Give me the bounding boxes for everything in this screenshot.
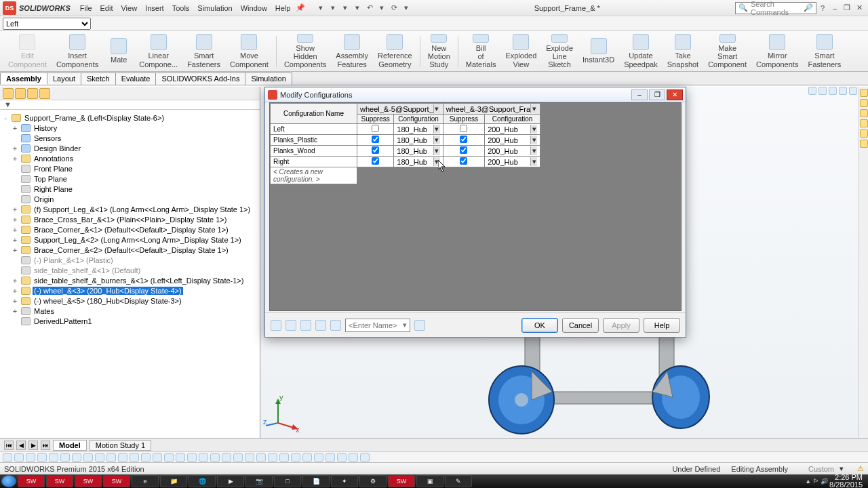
taskbar-item[interactable]: ▣ — [416, 475, 443, 487]
taskbar-item[interactable]: 📷 — [245, 475, 273, 487]
system-clock[interactable]: 2:26 PM8/28/2015 — [829, 474, 867, 488]
help-icon[interactable]: ? — [818, 4, 827, 12]
mini-tool[interactable] — [26, 453, 35, 462]
status-units[interactable]: Custom — [808, 465, 834, 473]
ribbon-exploded-view[interactable]: ExplodedView — [501, 33, 540, 70]
tree-node[interactable]: Front Plane — [1, 163, 258, 174]
mini-tool[interactable] — [106, 453, 116, 462]
print-icon[interactable]: ▾ — [353, 3, 362, 12]
tab-simulation[interactable]: Simulation — [245, 73, 292, 85]
tree-node[interactable]: Sensors — [1, 133, 258, 143]
ribbon-move-component[interactable]: MoveComponent — [226, 33, 273, 70]
mini-tool[interactable] — [210, 453, 220, 462]
toolbar-icon[interactable] — [271, 320, 281, 331]
tab-sketch[interactable]: Sketch — [81, 73, 116, 85]
mini-tool[interactable] — [326, 453, 335, 462]
sheet-nav-next[interactable]: ▶ — [28, 441, 38, 450]
mini-tool[interactable] — [233, 453, 243, 462]
taskbar-item[interactable]: SW — [18, 475, 45, 487]
taskbar-item[interactable]: SW — [46, 475, 73, 487]
redo-icon[interactable]: ▾ — [377, 3, 387, 12]
tree-node[interactable]: +Brace_Corner_&<1> (Default<<Default>_Di… — [1, 224, 258, 235]
ribbon-show-hidden-components[interactable]: ShowHiddenComponents — [280, 33, 330, 70]
toolbar-icon[interactable] — [300, 320, 311, 331]
mini-tool[interactable] — [49, 453, 58, 462]
tree-node[interactable]: +Support_Leg_&<2> (Long Arm<<Long Arm>_D… — [1, 235, 258, 245]
tab-layout[interactable]: Layout — [47, 73, 81, 85]
status-warn-icon[interactable]: ⚠ — [857, 464, 864, 473]
ribbon-linear-compone-[interactable]: LinearCompone... — [135, 33, 182, 70]
ribbon-make-smart-component[interactable]: MakeSmartComponent — [704, 33, 751, 70]
doc-window-buttons[interactable] — [808, 87, 857, 96]
mini-tool[interactable] — [141, 453, 151, 462]
mini-tool[interactable] — [72, 453, 81, 462]
taskbar-item[interactable]: 🌐 — [189, 475, 216, 487]
mini-tool[interactable] — [14, 453, 24, 462]
sheet-tab-motion[interactable]: Motion Study 1 — [90, 440, 151, 451]
tab-solidworks-add-ins[interactable]: SOLIDWORKS Add-Ins — [155, 73, 245, 85]
taskbar-item[interactable]: ▶ — [217, 475, 244, 487]
tree-node[interactable]: DerivedLPattern1 — [1, 316, 258, 326]
taskbar-item[interactable]: SW — [103, 475, 130, 487]
minimize-icon[interactable]: – — [830, 4, 840, 12]
tree-node[interactable]: +Annotations — [1, 153, 258, 163]
mini-tool[interactable] — [199, 453, 208, 462]
mini-tool[interactable] — [153, 453, 162, 462]
restore-icon[interactable]: ❐ — [842, 3, 852, 12]
mini-tool[interactable] — [37, 453, 47, 462]
rebuild-icon[interactable]: ⟳ — [389, 3, 399, 12]
sheet-nav-first[interactable]: ⏮ — [4, 441, 14, 450]
mini-tool[interactable] — [279, 453, 289, 462]
start-button[interactable] — [1, 475, 16, 487]
menu-edit[interactable]: Edit — [96, 2, 117, 14]
tree-node[interactable]: +(-) wheel_&<5> (180_Hub<Display State-3… — [1, 296, 258, 306]
menu-view[interactable]: View — [117, 2, 141, 14]
mini-tool[interactable] — [245, 453, 254, 462]
tree-node[interactable]: +(f) Support_Leg_&<1> (Long Arm<<Long Ar… — [1, 204, 258, 214]
help-button[interactable]: Help — [644, 318, 680, 333]
taskbar-item[interactable]: 📁 — [160, 475, 187, 487]
ok-button[interactable]: OK — [521, 318, 558, 333]
open-icon[interactable]: ▾ — [328, 3, 338, 12]
mini-tool[interactable] — [3, 453, 12, 462]
menu-file[interactable]: File — [76, 2, 96, 14]
menu-simulation[interactable]: Simulation — [193, 2, 236, 14]
save-icon[interactable]: ▾ — [340, 3, 350, 12]
mini-tool[interactable] — [222, 453, 231, 462]
new-icon[interactable]: ▾ — [316, 3, 326, 12]
mini-tool[interactable] — [130, 453, 139, 462]
windows-taskbar[interactable]: SW SW SW SW e 📁 🌐 ▶ 📷 □ 📄 ✦ ⚙ SW ▣ ✎ ▲ 🏳… — [0, 474, 868, 488]
menu-tools[interactable]: Tools — [168, 2, 194, 14]
ribbon-reference-geometry[interactable]: ReferenceGeometry — [374, 33, 416, 70]
status-icon[interactable]: ▾ — [840, 464, 844, 473]
tab-evaluate[interactable]: Evaluate — [115, 73, 157, 85]
tree-node[interactable]: Top Plane — [1, 174, 258, 184]
tree-node[interactable]: side_table_shelf_&<1> (Default) — [1, 265, 258, 275]
cancel-button[interactable]: Cancel — [562, 318, 599, 333]
mini-tool[interactable] — [256, 453, 266, 462]
taskbar-item[interactable]: SW — [75, 475, 102, 487]
options-icon[interactable]: ▾ — [401, 3, 411, 12]
undo-icon[interactable]: ↶ — [365, 3, 374, 12]
mini-toolbar[interactable] — [0, 451, 868, 462]
tree-node[interactable]: +(-) wheel_&<3> (200_Hub<Display State-4… — [1, 285, 258, 296]
apply-button[interactable]: Apply — [603, 318, 639, 333]
ribbon-mirror-components[interactable]: MirrorComponents — [752, 33, 802, 70]
tree-node[interactable]: Right Plane — [1, 184, 258, 194]
mini-tool[interactable] — [164, 453, 174, 462]
ribbon-instant-d[interactable]: Instant3D — [578, 33, 618, 70]
ribbon-new-motion-study[interactable]: NewMotionStudy — [424, 33, 454, 70]
active-config-select[interactable]: Left — [3, 18, 91, 30]
name-combo[interactable]: <Enter Name>▾ — [345, 319, 410, 332]
dialog-minimize[interactable]: – — [631, 89, 648, 100]
ribbon-insert-components[interactable]: InsertComponents — [52, 33, 102, 70]
taskbar-item[interactable]: ✦ — [331, 475, 358, 487]
tree-node[interactable]: Origin — [1, 194, 258, 204]
dialog-titlebar[interactable]: Modify Configurations – ❐ ✕ — [265, 87, 686, 102]
mini-tool[interactable] — [291, 453, 300, 462]
mini-tool[interactable] — [268, 453, 277, 462]
close-icon[interactable]: ✕ — [854, 3, 864, 12]
mini-tool[interactable] — [118, 453, 127, 462]
mini-tool[interactable] — [314, 453, 323, 462]
mini-tool[interactable] — [349, 453, 358, 462]
